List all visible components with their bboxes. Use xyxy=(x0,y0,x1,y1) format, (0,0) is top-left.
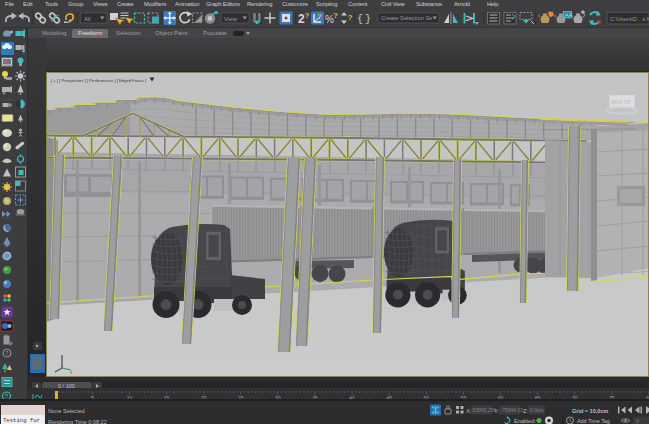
svg-text:Grid = 10,0cm: Grid = 10,0cm xyxy=(572,408,608,414)
svg-text:Rendering Time 0:08:22: Rendering Time 0:08:22 xyxy=(48,419,107,424)
svg-text:{ }: { } xyxy=(357,14,371,25)
svg-text:?: ? xyxy=(348,13,353,22)
svg-text:Z:: Z: xyxy=(523,408,529,414)
svg-text:-75344,03: -75344,03 xyxy=(501,407,524,413)
svg-text:[ + ] [ Perspective ] [ Perfor: [ + ] [ Perspective ] [ Performance ] [ … xyxy=(51,78,146,83)
svg-text:Testing for .: Testing for . xyxy=(3,417,47,424)
svg-text:None Selected: None Selected xyxy=(48,408,85,414)
svg-text:All: All xyxy=(84,16,91,22)
svg-text:Add Time Tag: Add Time Tag xyxy=(577,418,610,424)
svg-text:0: 0 xyxy=(636,418,639,424)
svg-text:?: ? xyxy=(305,11,310,20)
svg-text:?: ? xyxy=(5,350,9,356)
svg-text:FRO NT: FRO NT xyxy=(611,99,632,105)
svg-text:0,0cm: 0,0cm xyxy=(530,407,544,413)
svg-text:Create Selection Se: Create Selection Se xyxy=(381,15,433,21)
svg-text:53065,256: 53065,256 xyxy=(473,407,497,413)
svg-text:Y:: Y: xyxy=(494,408,500,414)
svg-text:View: View xyxy=(224,16,238,22)
svg-text:?: ? xyxy=(333,11,338,20)
svg-text:?: ? xyxy=(317,12,322,21)
svg-text:Enabled:: Enabled: xyxy=(514,418,536,424)
svg-text:C:\Users\D…s Max 2022: C:\Users\D…s Max 2022 xyxy=(610,16,649,22)
